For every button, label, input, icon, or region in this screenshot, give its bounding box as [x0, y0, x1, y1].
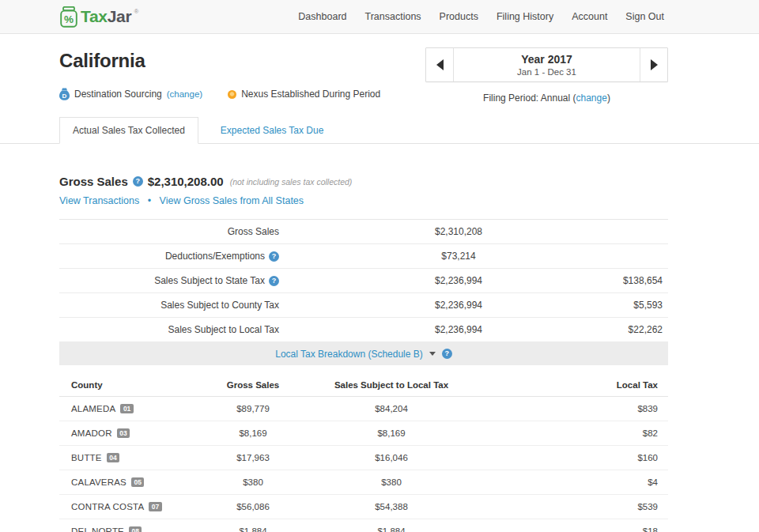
summary-row-label: Deductions/Exemptions ?: [59, 251, 279, 262]
local-tax-breakdown-link[interactable]: Local Tax Breakdown (Schedule B): [275, 349, 423, 360]
county-gross-sales: $56,086: [186, 502, 320, 511]
gross-sales-label: Gross Sales: [59, 175, 128, 188]
county-name: AMADOR: [71, 428, 112, 438]
county-table-body: ALAMEDA 01 $89,779 $84,204 $839 AMADOR 0…: [59, 397, 668, 532]
view-transactions-link[interactable]: View Transactions: [59, 195, 139, 206]
tabs-bar: Actual Sales Tax Collected Expected Sale…: [0, 117, 759, 144]
summary-table-row: Deductions/Exemptions ? $73,214: [59, 244, 668, 269]
page-header: California D Destination Sourcing (chang…: [59, 34, 668, 104]
county-code-badge: 07: [149, 502, 161, 511]
gross-sales-heading: Gross Sales ? $2,310,208.00 (not includi…: [59, 175, 668, 188]
nexus-badge: Nexus Established During Period: [228, 89, 380, 100]
county-local-tax: $18: [463, 526, 668, 532]
county-gross-sales: $89,779: [186, 404, 320, 413]
summary-row-base-amount: $2,236,994: [279, 324, 638, 335]
summary-row-base-amount: $2,236,994: [279, 275, 638, 286]
link-separator: •: [148, 195, 151, 206]
period-display: Year 2017 Jan 1 - Dec 31: [454, 48, 640, 81]
next-period-button[interactable]: [640, 48, 667, 81]
nav-item[interactable]: Dashboard: [298, 11, 346, 22]
county-sales-subject-local-tax: $84,204: [320, 404, 463, 413]
money-bag-icon: D: [59, 88, 70, 100]
nav-item[interactable]: Transactions: [365, 11, 421, 22]
county-table-header: County Gross Sales Sales Subject to Loca…: [59, 373, 668, 397]
county-table-row: BUTTE 04 $17,963 $16,046 $160: [59, 446, 668, 470]
tab-expected-sales-tax-due[interactable]: Expected Sales Tax Due: [208, 118, 337, 143]
summary-row-label: Sales Subject to State Tax ?: [59, 275, 279, 286]
county-local-tax: $839: [463, 404, 668, 413]
help-icon[interactable]: ?: [269, 276, 279, 286]
county-table-row: DEL NORTE 08 $1,884 $1,884 $18: [59, 519, 668, 532]
summary-row-base-amount: $73,214: [279, 251, 638, 262]
period-range: Jan 1 - Dec 31: [517, 67, 576, 77]
header-local-tax: Local Tax: [463, 380, 668, 390]
brand-wordmark: TaxJar: [81, 6, 131, 27]
registered-mark: ®: [134, 8, 138, 15]
svg-text:%: %: [64, 13, 74, 25]
summary-row-label: Sales Subject to County Tax: [59, 300, 279, 311]
county-local-tax: $4: [463, 477, 668, 487]
period-title: Year 2017: [521, 53, 572, 66]
tab-actual-sales-tax-collected[interactable]: Actual Sales Tax Collected: [59, 117, 198, 144]
summary-row-tax-amount: $5,593: [638, 300, 668, 311]
county-gross-sales: $8,169: [186, 428, 320, 438]
county-name: BUTTE: [71, 453, 102, 462]
nexus-label: Nexus Established During Period: [241, 89, 380, 100]
county-gross-sales: $380: [186, 477, 320, 487]
gross-sales-links: View Transactions • View Gross Sales fro…: [59, 195, 668, 206]
nav-item[interactable]: Products: [440, 11, 478, 22]
county-code-badge: 01: [120, 404, 133, 413]
chevron-left-icon: [436, 59, 444, 70]
taxjar-brand[interactable]: % TaxJar ®: [59, 6, 138, 28]
county-local-tax: $539: [463, 502, 668, 511]
summary-table-row: Sales Subject to County Tax $2,236,994 $…: [59, 293, 668, 318]
summary-table-row: Sales Subject to State Tax ? $2,236,994 …: [59, 269, 668, 293]
county-local-tax: $82: [463, 428, 668, 438]
sourcing-label: Destination Sourcing: [74, 89, 162, 100]
previous-period-button[interactable]: [426, 48, 454, 81]
top-nav: % TaxJar ® Dashboard Transactions Produc…: [0, 0, 759, 34]
summary-table-row: Sales Subject to Local Tax $2,236,994 $2…: [59, 318, 668, 342]
header-sales-subject-local-tax: Sales Subject to Local Tax: [320, 380, 463, 390]
gross-sales-note: (not including sales tax collected): [230, 177, 353, 187]
view-gross-sales-all-states-link[interactable]: View Gross Sales from All States: [160, 195, 304, 206]
period-selector: Year 2017 Jan 1 - Dec 31: [425, 47, 668, 82]
nav-item[interactable]: Account: [572, 11, 607, 22]
sourcing-change-link[interactable]: (change): [167, 89, 202, 99]
county-code-badge: 05: [131, 477, 144, 487]
county-table-row: CONTRA COSTA 07 $56,086 $54,388 $539: [59, 495, 668, 519]
help-icon[interactable]: ?: [269, 251, 279, 262]
help-icon[interactable]: ?: [442, 349, 452, 359]
nav-item[interactable]: Sign Out: [625, 11, 664, 22]
county-table-row: AMADOR 03 $8,169 $8,169 $82: [59, 421, 668, 446]
county-name: CONTRA COSTA: [71, 502, 144, 511]
gross-sales-amount: $2,310,208.00: [148, 175, 224, 188]
county-local-tax: $160: [463, 453, 668, 462]
svg-text:D: D: [62, 92, 67, 100]
county-name: DEL NORTE: [71, 526, 124, 532]
page-title: California: [59, 50, 380, 72]
summary-table: Gross Sales $2,310,208 Deductions/Exempt…: [59, 219, 668, 342]
nav-item[interactable]: Filing History: [497, 11, 553, 22]
nexus-status-icon: [228, 90, 236, 99]
chevron-down-icon[interactable]: [429, 352, 436, 356]
county-table-row: CALAVERAS 05 $380 $380 $4: [59, 470, 668, 495]
summary-row-base-amount: $2,310,208: [279, 226, 638, 237]
county-sales-subject-local-tax: $380: [320, 477, 463, 487]
county-sales-subject-local-tax: $54,388: [320, 502, 463, 511]
nav-menu: Dashboard Transactions Products Filing H…: [298, 11, 664, 22]
summary-row-label: Gross Sales: [59, 226, 279, 237]
county-code-badge: 04: [107, 453, 119, 462]
taxjar-jar-icon: %: [59, 6, 78, 28]
destination-sourcing-badge: D Destination Sourcing (change): [59, 88, 202, 100]
county-name: ALAMEDA: [71, 404, 115, 413]
filing-period-change-link[interactable]: change: [576, 92, 607, 104]
county-sales-subject-local-tax: $1,884: [320, 526, 463, 532]
help-icon[interactable]: ?: [133, 176, 143, 187]
summary-row-base-amount: $2,236,994: [279, 300, 638, 311]
county-table: County Gross Sales Sales Subject to Loca…: [59, 373, 668, 532]
county-sales-subject-local-tax: $16,046: [320, 453, 463, 462]
county-gross-sales: $1,884: [186, 526, 320, 532]
status-badges: D Destination Sourcing (change) Nexus Es…: [59, 88, 380, 100]
county-name: CALAVERAS: [71, 477, 126, 487]
